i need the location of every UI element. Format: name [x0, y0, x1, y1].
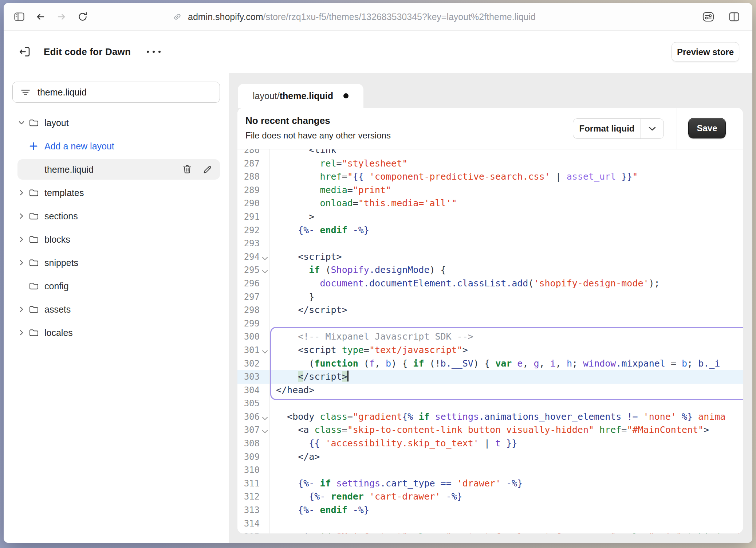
chevron-right-icon[interactable]: [17, 189, 28, 197]
fold-toggle-icon[interactable]: [262, 268, 268, 274]
fold-toggle-icon[interactable]: [262, 428, 268, 434]
gutter-line: 303: [237, 370, 269, 384]
browser-settings-icon[interactable]: [702, 11, 715, 23]
sidebar-toggle-icon[interactable]: [13, 11, 25, 23]
code-editor[interactable]: 2862872882892902912922932942952962972982…: [237, 149, 743, 533]
chevron-right-icon[interactable]: [17, 259, 28, 267]
code-line-296[interactable]: document.documentElement.classList.add('…: [269, 277, 743, 290]
code-line-307[interactable]: <a class="skip-to-content-link button vi…: [269, 423, 743, 437]
code-line-314[interactable]: [269, 517, 743, 531]
folder-icon: [28, 327, 41, 338]
reload-button-icon[interactable]: [76, 11, 89, 23]
preview-store-button[interactable]: Preview store: [672, 42, 739, 62]
forward-button-icon[interactable]: [55, 11, 68, 23]
format-liquid-button[interactable]: Format liquid: [573, 119, 641, 138]
code-line-298[interactable]: </script>: [269, 304, 743, 317]
code-line-294[interactable]: <script>: [269, 250, 743, 264]
chevron-right-icon[interactable]: [17, 305, 28, 313]
sidebar-item-add-a-new-layout[interactable]: Add a new layout: [4, 134, 229, 158]
sidebar-item-blocks[interactable]: blocks: [4, 228, 229, 251]
code-line-286[interactable]: <link: [269, 149, 743, 157]
rename-file-icon[interactable]: [202, 164, 213, 175]
sidebar-item-label: blocks: [44, 234, 70, 245]
sidebar-item-label: Add a new layout: [44, 141, 114, 152]
code-line-303[interactable]: </script>: [269, 370, 743, 384]
code-line-302[interactable]: (function (f, b) { if (!b.__SV) { var e,…: [269, 357, 743, 371]
recent-changes-subtitle: File does not have any other versions: [245, 130, 391, 141]
filter-icon: [20, 87, 31, 98]
folder-icon: [28, 187, 41, 198]
sidebar-item-config[interactable]: config: [4, 274, 229, 298]
sidebar-item-locales[interactable]: locales: [4, 321, 229, 344]
sidebar-item-sections[interactable]: sections: [4, 204, 229, 228]
gutter-line: 300: [237, 330, 269, 344]
code-line-306[interactable]: <body class="gradient{% if settings.anim…: [269, 410, 743, 424]
sidebar-item-snippets[interactable]: snippets: [4, 251, 229, 274]
code-line-310[interactable]: [269, 463, 743, 477]
code-line-304[interactable]: </head>: [269, 384, 743, 397]
chevron-right-icon[interactable]: [17, 235, 28, 243]
code-line-315[interactable]: <main id="MainContent" class="content-fo…: [269, 530, 743, 533]
gutter-line: 308: [237, 437, 269, 450]
browser-window: admin.shopify.com/store/rzq1xu-f5/themes…: [4, 3, 752, 543]
sidebar-item-templates[interactable]: templates: [4, 181, 229, 204]
code-line-305[interactable]: [269, 397, 743, 410]
code-line-313[interactable]: {%- endif -%}: [269, 504, 743, 517]
code-line-311[interactable]: {%- if settings.cart_type == 'drawer' -%…: [269, 477, 743, 490]
gutter-line: 298: [237, 304, 269, 317]
browser-toolbar: admin.shopify.com/store/rzq1xu-f5/themes…: [4, 3, 752, 31]
sidebar-item-label: locales: [44, 328, 73, 338]
code-line-288[interactable]: href="{{ 'component-predictive-search.cs…: [269, 170, 743, 184]
code-line-297[interactable]: }: [269, 290, 743, 304]
code-line-290[interactable]: onload="this.media='all'": [269, 197, 743, 210]
gutter-line: 288: [237, 170, 269, 184]
code-line-300[interactable]: <!-- Mixpanel Javascript SDK -->: [269, 330, 743, 344]
delete-file-icon[interactable]: [181, 164, 193, 175]
gutter-line: 289: [237, 184, 269, 197]
tab-theme-liquid[interactable]: layout/theme.liquid: [238, 84, 363, 108]
sidebar-item-layout[interactable]: layout: [4, 111, 229, 134]
code-line-309[interactable]: </a>: [269, 450, 743, 464]
fold-toggle-icon[interactable]: [262, 415, 268, 420]
gutter-line: 301: [237, 344, 269, 357]
fold-toggle-icon[interactable]: [262, 348, 268, 354]
gutter-line: 295: [237, 263, 269, 277]
code-line-312[interactable]: {%- render 'cart-drawer' -%}: [269, 490, 743, 504]
fold-toggle-icon[interactable]: [262, 255, 268, 261]
format-liquid-split-button: Format liquid: [573, 118, 664, 139]
sidebar-item-label: layout: [44, 118, 69, 128]
more-actions-icon[interactable]: [143, 47, 164, 56]
code-lines: <link rel="stylesheet" href="{{ 'compone…: [269, 149, 743, 533]
editor-panel-header: No recent changes File does not have any…: [237, 108, 743, 149]
code-line-292[interactable]: {%- endif -%}: [269, 224, 743, 237]
format-options-dropdown[interactable]: [641, 119, 664, 138]
code-line-301[interactable]: <script type="text/javascript">: [269, 344, 743, 357]
code-line-293[interactable]: [269, 237, 743, 250]
recent-changes-title: No recent changes: [245, 115, 330, 126]
folder-icon: [28, 234, 41, 245]
chevron-right-icon[interactable]: [17, 212, 28, 220]
code-line-295[interactable]: if (Shopify.designMode) {: [269, 263, 743, 277]
code-line-289[interactable]: media="print": [269, 184, 743, 197]
code-line-299[interactable]: [269, 317, 743, 330]
gutter-line: 287: [237, 157, 269, 171]
gutter-line: 315: [237, 530, 269, 533]
save-button[interactable]: Save: [688, 118, 726, 138]
exit-editor-icon[interactable]: [17, 44, 33, 60]
code-line-291[interactable]: >: [269, 210, 743, 224]
address-bar[interactable]: admin.shopify.com/store/rzq1xu-f5/themes…: [172, 3, 536, 31]
split-view-icon[interactable]: [728, 11, 740, 23]
gutter-line: 297: [237, 290, 269, 304]
gutter-line: 294: [237, 250, 269, 264]
sidebar-item-assets[interactable]: assets: [4, 298, 229, 321]
chevron-down-icon[interactable]: [17, 119, 28, 127]
sidebar-item-theme-liquid[interactable]: theme.liquid: [4, 158, 229, 181]
file-search-box[interactable]: [12, 82, 220, 103]
gutter-line: 313: [237, 504, 269, 517]
code-line-287[interactable]: rel="stylesheet": [269, 157, 743, 171]
back-button-icon[interactable]: [34, 11, 47, 23]
chevron-right-icon[interactable]: [17, 329, 28, 337]
sidebar-item-label: templates: [44, 188, 84, 198]
code-line-308[interactable]: {{ 'accessibility.skip_to_text' | t }}: [269, 437, 743, 450]
search-input[interactable]: [38, 87, 212, 98]
